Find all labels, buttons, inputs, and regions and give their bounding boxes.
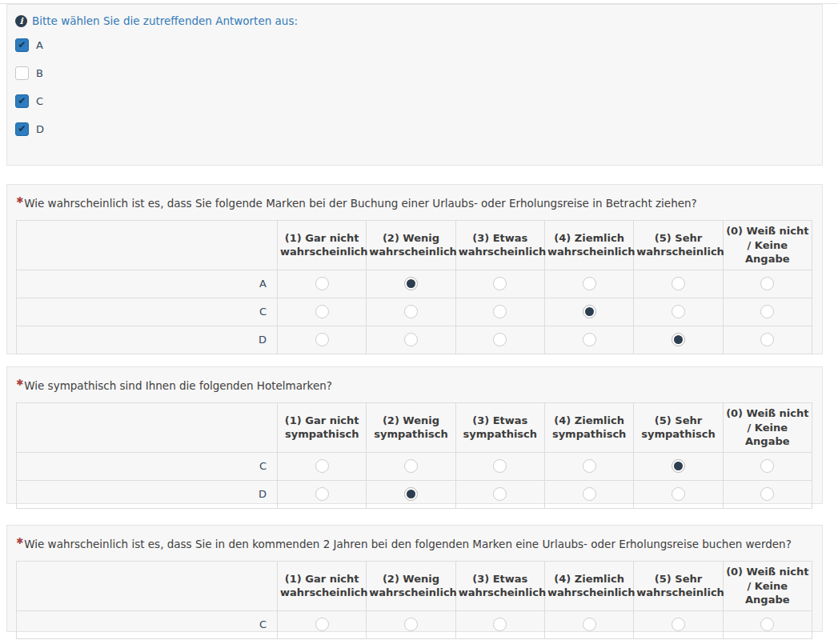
matrix-column-header: (4) Ziemlich wahrscheinlich <box>544 221 633 270</box>
matrix-answer-cell[interactable] <box>723 326 812 354</box>
matrix-answer-cell[interactable] <box>455 480 544 508</box>
matrix-answer-cell[interactable] <box>634 326 723 354</box>
matrix-answer-cell[interactable] <box>278 452 367 480</box>
radio-selected-icon[interactable] <box>404 277 418 290</box>
radio-unselected-icon[interactable] <box>493 618 507 631</box>
radio-selected-icon[interactable] <box>672 459 685 473</box>
matrix-answer-cell[interactable] <box>455 326 544 354</box>
matrix-answer-cell[interactable] <box>544 270 633 298</box>
radio-unselected-icon[interactable] <box>583 487 596 501</box>
answer-matrix-table: (1) Gar nicht sympathisch(2) Wenig sympa… <box>16 402 812 509</box>
radio-unselected-icon[interactable] <box>760 459 774 473</box>
checkbox-option[interactable]: D <box>15 122 822 136</box>
matrix-answer-cell[interactable] <box>367 452 455 480</box>
radio-unselected-icon[interactable] <box>493 459 507 473</box>
matrix-header-row: (1) Gar nicht wahrscheinlich(2) Wenig wa… <box>17 221 812 270</box>
matrix-answer-cell[interactable] <box>544 610 633 638</box>
matrix-row: D <box>17 480 812 508</box>
matrix-answer-cell[interactable] <box>455 610 544 638</box>
matrix-column-header: (5) Sehr sympathisch <box>634 403 723 453</box>
matrix-answer-cell[interactable] <box>367 610 455 638</box>
matrix-row-label: D <box>17 480 278 508</box>
radio-unselected-icon[interactable] <box>672 618 685 631</box>
matrix-row: D <box>17 326 812 354</box>
matrix-answer-cell[interactable] <box>367 270 455 298</box>
matrix-answer-cell[interactable] <box>367 298 455 326</box>
multiple-choice-question-panel: i Bitte wählen Sie die zutreffenden Antw… <box>6 4 823 166</box>
checkbox-checked-icon[interactable] <box>15 122 29 136</box>
radio-selected-icon[interactable] <box>583 305 596 318</box>
radio-selected-icon[interactable] <box>404 487 418 501</box>
radio-unselected-icon[interactable] <box>493 277 507 290</box>
matrix-answer-cell[interactable] <box>634 452 723 480</box>
radio-unselected-icon[interactable] <box>583 459 596 473</box>
radio-unselected-icon[interactable] <box>583 277 596 290</box>
radio-unselected-icon[interactable] <box>404 459 418 473</box>
radio-unselected-icon[interactable] <box>493 333 507 346</box>
radio-unselected-icon[interactable] <box>315 305 329 318</box>
matrix-answer-cell[interactable] <box>544 452 633 480</box>
matrix-answer-cell[interactable] <box>634 270 723 298</box>
matrix-answer-cell[interactable] <box>455 298 544 326</box>
radio-unselected-icon[interactable] <box>583 333 596 346</box>
radio-unselected-icon[interactable] <box>672 277 685 290</box>
checkbox-option[interactable]: B <box>15 66 822 80</box>
matrix-column-header: (5) Sehr wahrscheinlich <box>634 562 723 611</box>
radio-unselected-icon[interactable] <box>760 305 774 318</box>
radio-unselected-icon[interactable] <box>315 618 329 631</box>
radio-unselected-icon[interactable] <box>760 333 774 346</box>
radio-unselected-icon[interactable] <box>672 487 685 501</box>
checkbox-option[interactable]: A <box>15 38 822 52</box>
matrix-answer-cell[interactable] <box>723 480 812 508</box>
radio-selected-icon[interactable] <box>672 333 685 346</box>
matrix-answer-cell[interactable] <box>278 270 367 298</box>
matrix-header-row: (1) Gar nicht sympathisch(2) Wenig sympa… <box>17 403 812 453</box>
matrix-answer-cell[interactable] <box>544 480 633 508</box>
matrix-answer-cell[interactable] <box>723 610 812 638</box>
matrix-answer-cell[interactable] <box>723 270 812 298</box>
radio-unselected-icon[interactable] <box>315 277 329 290</box>
matrix-answer-cell[interactable] <box>634 610 723 638</box>
matrix-corner-cell <box>17 403 278 453</box>
matrix-column-header: (3) Etwas wahrscheinlich <box>455 562 544 611</box>
radio-unselected-icon[interactable] <box>493 305 507 318</box>
matrix-answer-cell[interactable] <box>723 298 812 326</box>
matrix-answer-cell[interactable] <box>278 610 367 638</box>
matrix-answer-cell[interactable] <box>455 270 544 298</box>
radio-unselected-icon[interactable] <box>315 459 329 473</box>
matrix-answer-cell[interactable] <box>278 298 367 326</box>
matrix-answer-cell[interactable] <box>367 480 455 508</box>
checkbox-unchecked-icon[interactable] <box>15 66 29 80</box>
answer-matrix-table: (1) Gar nicht wahrscheinlich(2) Wenig wa… <box>16 561 812 639</box>
checkbox-checked-icon[interactable] <box>15 94 29 108</box>
matrix-corner-cell <box>17 562 278 611</box>
radio-unselected-icon[interactable] <box>315 487 329 501</box>
radio-unselected-icon[interactable] <box>493 487 507 501</box>
matrix-answer-cell[interactable] <box>455 452 544 480</box>
matrix-answer-cell[interactable] <box>278 326 367 354</box>
matrix-answer-cell[interactable] <box>544 326 633 354</box>
radio-unselected-icon[interactable] <box>760 487 774 501</box>
radio-unselected-icon[interactable] <box>315 333 329 346</box>
required-asterisk-icon: ✱ <box>16 195 23 206</box>
matrix-answer-cell[interactable] <box>278 480 367 508</box>
radio-unselected-icon[interactable] <box>583 618 596 631</box>
matrix-answer-cell[interactable] <box>634 480 723 508</box>
radio-unselected-icon[interactable] <box>672 305 685 318</box>
radio-unselected-icon[interactable] <box>404 305 418 318</box>
matrix-answer-cell[interactable] <box>367 326 455 354</box>
checkbox-checked-icon[interactable] <box>15 38 29 52</box>
matrix-header-row: (1) Gar nicht wahrscheinlich(2) Wenig wa… <box>17 562 812 611</box>
checkbox-option[interactable]: C <box>15 94 822 108</box>
matrix-column-header: (2) Wenig wahrscheinlich <box>367 221 455 270</box>
checkbox-list: ABCD <box>15 38 822 136</box>
radio-unselected-icon[interactable] <box>760 618 774 631</box>
radio-unselected-icon[interactable] <box>404 618 418 631</box>
matrix-answer-cell[interactable] <box>634 298 723 326</box>
matrix-column-header: (1) Gar nicht wahrscheinlich <box>278 562 367 611</box>
matrix-answer-cell[interactable] <box>723 452 812 480</box>
matrix-answer-cell[interactable] <box>544 298 633 326</box>
radio-unselected-icon[interactable] <box>760 277 774 290</box>
radio-unselected-icon[interactable] <box>404 333 418 346</box>
question-instruction: i Bitte wählen Sie die zutreffenden Antw… <box>15 14 822 27</box>
